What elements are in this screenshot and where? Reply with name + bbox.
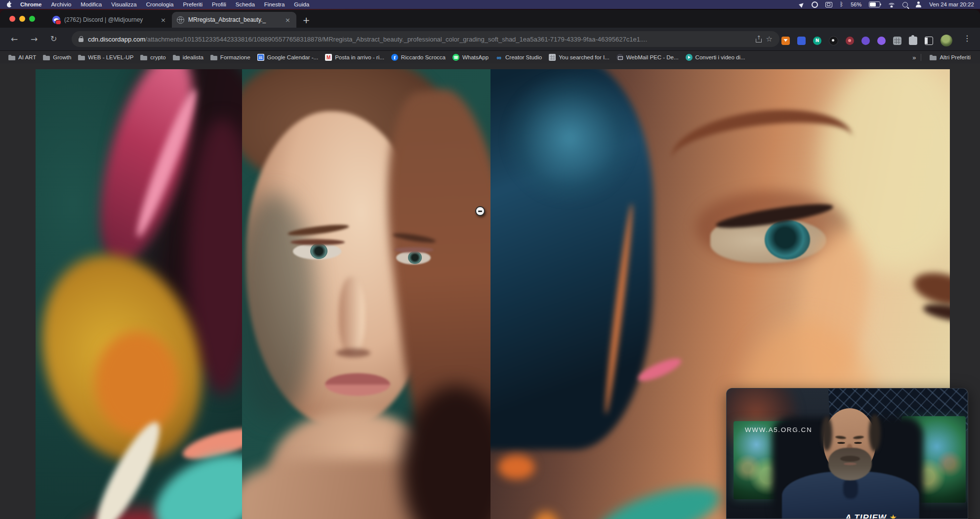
star-icon: ★: [890, 513, 898, 519]
bookmark-folder-growth[interactable]: Growth: [40, 54, 75, 61]
bookmark-google-calendar[interactable]: Google Calendar -...: [254, 54, 322, 61]
record-circle-icon[interactable]: [812, 1, 818, 8]
bookmark-video-convert[interactable]: Converti i video di...: [682, 54, 749, 61]
minimize-window-button[interactable]: [19, 16, 25, 22]
far-eyelashes-shape: [922, 301, 950, 325]
bookmark-star-icon[interactable]: ☆: [766, 35, 773, 43]
bookmark-you-searched[interactable]: You searched for I...: [545, 54, 613, 61]
chrome-menu-icon[interactable]: ⋮: [963, 34, 971, 43]
close-tab-icon[interactable]: ×: [284, 16, 291, 24]
blue-extension-icon[interactable]: [797, 37, 806, 45]
reload-button[interactable]: ↻: [50, 34, 57, 44]
bookmark-folder-idealista[interactable]: idealista: [169, 54, 207, 61]
forward-button[interactable]: →: [31, 34, 38, 44]
bookmark-whatsapp[interactable]: WhatsApp: [449, 54, 492, 61]
right-iris-shape: [408, 251, 422, 264]
extensions-puzzle-icon[interactable]: [909, 37, 917, 45]
chrome-window: (2762) Discord | @Midjourney × MRregista…: [0, 10, 980, 519]
bookmark-label: Creator Studio: [505, 54, 542, 60]
tab-image-active[interactable]: MRregista_Abstract_beauty._ ×: [172, 12, 296, 28]
menu-preferiti[interactable]: Preferiti: [183, 1, 203, 7]
bookmark-folder-formazione[interactable]: Formazione: [207, 54, 254, 61]
location-icon[interactable]: [799, 1, 805, 8]
menu-profili[interactable]: Profili: [212, 1, 226, 7]
extensions-row: [781, 35, 952, 46]
bookmark-gmail-inbox[interactable]: Posta in arrivo - ri...: [322, 54, 388, 61]
iris-shape: [765, 220, 810, 260]
new-tab-button[interactable]: +: [299, 13, 313, 27]
folder-icon: [140, 54, 147, 61]
menu-modifica[interactable]: Modifica: [81, 1, 102, 7]
menu-guida[interactable]: Guida: [294, 1, 309, 7]
grid-extension-icon[interactable]: [893, 37, 901, 45]
hair-right: [869, 414, 881, 452]
grid-icon: [549, 54, 556, 61]
metamask-extension-icon[interactable]: [781, 37, 790, 45]
teal-bokeh-shape: [591, 476, 726, 519]
menu-status-area: ᛒ 56% Ven 24 mar 20:22: [800, 1, 980, 8]
address-bar[interactable]: cdn.discordapp.com /attachments/10135123…: [72, 31, 779, 47]
other-bookmarks-folder[interactable]: Altri Preferiti: [926, 54, 974, 61]
bookmark-webmail-pec[interactable]: WebMail PEC - De...: [613, 54, 682, 61]
bookmark-label: WebMail PEC - De...: [626, 54, 679, 60]
bookmark-label: Posta in arrivo - ri...: [335, 54, 384, 60]
nostril-shadow-shape: [336, 348, 370, 357]
purple-extension-icon[interactable]: [861, 37, 870, 45]
bookmark-folder-ai-art[interactable]: AI ART: [5, 54, 40, 61]
left-iris-shape: [310, 243, 327, 259]
bookmarks-overflow-chevron[interactable]: »: [912, 54, 916, 61]
bluetooth-icon[interactable]: ᛒ: [840, 1, 843, 7]
lock-icon[interactable]: [79, 36, 83, 42]
battery-percent: 56%: [851, 1, 861, 7]
bookmark-label: Riccardo Scrocca: [401, 54, 446, 60]
watermark-text: WWW.A5.ORG.CN: [745, 426, 812, 433]
orange-bokeh-shape: [498, 455, 535, 479]
back-button[interactable]: ←: [11, 34, 18, 44]
folder-icon: [210, 54, 217, 61]
side-panel-icon[interactable]: [925, 37, 933, 45]
violet-extension-icon[interactable]: [877, 37, 886, 45]
shirt-collar: [843, 478, 858, 499]
url-host: cdn.discordapp.com: [88, 36, 145, 43]
bookmark-label: Altri Preferiti: [939, 54, 971, 60]
bookmark-label: crypto: [150, 54, 165, 60]
bookmark-creator-studio[interactable]: Creator Studio: [492, 54, 545, 61]
bookmark-label: Google Calendar -...: [267, 54, 319, 60]
facebook-icon: [391, 54, 398, 61]
close-window-button[interactable]: [9, 16, 15, 22]
bookmark-label: WhatsApp: [462, 54, 489, 60]
menu-clock[interactable]: Ven 24 mar 20:22: [929, 1, 974, 7]
teal-n-extension-icon[interactable]: [813, 37, 821, 45]
bookmark-label: AI ART: [18, 54, 36, 60]
tab-discord[interactable]: (2762) Discord | @Midjourney ×: [47, 12, 172, 28]
presenter-mustache: [840, 456, 860, 462]
display-icon[interactable]: [825, 2, 832, 7]
discord-favicon: [52, 16, 60, 24]
red-extension-icon[interactable]: [846, 37, 854, 45]
gmail-icon: [325, 54, 332, 61]
menu-chrome[interactable]: Chrome: [20, 1, 41, 7]
bookmark-folder-web-level-up[interactable]: WEB - LEVEL-UP: [75, 54, 137, 61]
page-content: WWW.A5.ORG.CN A TIRIEW ★: [0, 63, 980, 519]
battery-icon[interactable]: [869, 1, 880, 7]
fullscreen-window-button[interactable]: [29, 16, 35, 22]
menu-cronologia[interactable]: Cronologia: [146, 1, 174, 7]
whatsapp-icon: [452, 54, 459, 61]
wifi-icon[interactable]: [888, 2, 895, 7]
close-tab-icon[interactable]: ×: [160, 16, 167, 24]
menu-visualizza[interactable]: Visualizza: [111, 1, 137, 7]
spotlight-search-icon[interactable]: [902, 2, 908, 7]
menu-scheda[interactable]: Scheda: [236, 1, 255, 7]
menu-archivio[interactable]: Archivio: [51, 1, 71, 7]
share-icon[interactable]: [756, 36, 762, 43]
bookmark-folder-crypto[interactable]: crypto: [137, 54, 169, 61]
bookmark-facebook-profile[interactable]: Riccardo Scrocca: [388, 54, 449, 61]
tab-title: (2762) Discord | @Midjourney: [64, 16, 156, 23]
bookmarks-separator: [921, 54, 921, 61]
dark-extension-icon[interactable]: [829, 36, 838, 45]
user-switch-icon[interactable]: [915, 1, 922, 7]
profile-avatar[interactable]: [940, 35, 952, 46]
menu-finestra[interactable]: Finestra: [264, 1, 285, 7]
apple-menu-icon[interactable]: [7, 1, 12, 8]
bookmark-label: You searched for I...: [559, 54, 610, 60]
